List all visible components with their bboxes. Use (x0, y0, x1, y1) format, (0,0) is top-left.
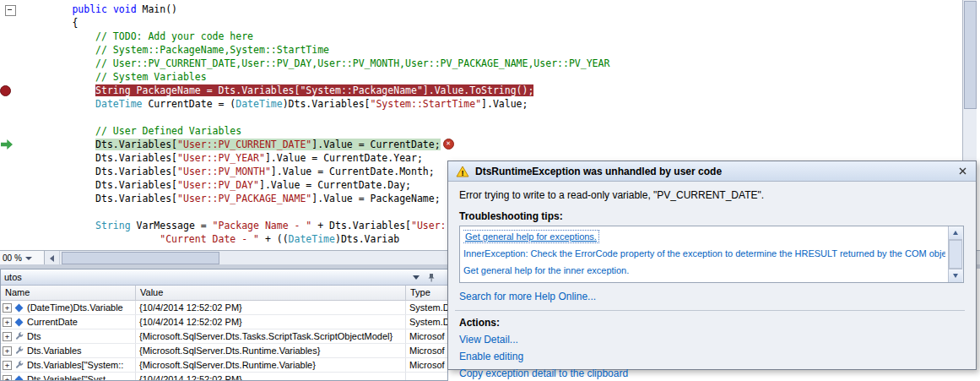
autos-column-headers: Name Value Type (1, 286, 447, 301)
tip-item: InnerException: Check the ErrorCode prop… (463, 245, 945, 262)
column-header-name[interactable]: Name (1, 286, 136, 300)
tip-link-inner-exception-help[interactable]: Get general help for the inner exception… (463, 265, 629, 275)
expand-toggle-icon[interactable] (3, 318, 12, 327)
property-icon (14, 360, 24, 370)
variable-value: {10/4/2014 12:52:02 PM} (136, 373, 406, 381)
field-icon (15, 375, 24, 381)
exception-marker-icon (443, 139, 454, 150)
enable-editing-link[interactable]: Enable editing (459, 351, 523, 362)
field-icon (15, 303, 24, 312)
field-icon (15, 318, 24, 326)
window-position-chevron-icon[interactable] (413, 275, 420, 280)
variable-name: Dts.Variables["System:: (27, 358, 123, 372)
expand-toggle-icon[interactable] (3, 375, 12, 381)
editor-gutter[interactable] (0, 0, 25, 250)
property-icon (14, 331, 24, 341)
property-icon (14, 346, 24, 356)
autos-titlebar-icons (413, 273, 436, 282)
expand-toggle-icon[interactable] (3, 346, 12, 356)
code-fold-collapse-icon[interactable] (5, 5, 16, 16)
column-header-type[interactable]: Type (406, 286, 447, 300)
svg-text:!: ! (462, 169, 464, 177)
autos-row[interactable]: CurrentDate{10/4/2014 12:52:02 PM}System… (1, 315, 447, 329)
variable-value: {10/4/2014 12:52:02 PM} (136, 315, 406, 329)
variable-type: System.D (406, 315, 447, 329)
breakpoint-icon[interactable] (0, 85, 11, 96)
search-help-online-link[interactable]: Search for more Help Online... (459, 291, 596, 302)
horizontal-scroll-thumb[interactable] (62, 252, 219, 264)
code-line: public void Main() (25, 3, 609, 16)
arrow-up-icon (953, 231, 958, 235)
autos-row[interactable]: Dts.Variables["System::{Microsoft.SqlSer… (1, 358, 447, 373)
zoom-control[interactable]: 00 % (0, 251, 45, 265)
autos-titlebar[interactable]: utos (1, 269, 447, 286)
autos-row[interactable]: (DateTime)Dts.Variable{10/4/2014 12:52:0… (1, 301, 447, 315)
code-line: String PackageName = Dts.Variables["Syst… (25, 84, 609, 97)
variable-name: Dts.Variables (27, 344, 82, 357)
variable-name: (DateTime)Dts.Variable (27, 301, 123, 314)
arrow-down-icon (953, 274, 958, 278)
variable-type: Microsof (406, 344, 447, 357)
autos-name-cell: Dts.Variables["Syst (1, 373, 136, 381)
autos-name-cell: Dts.Variables["System:: (1, 358, 136, 372)
variable-value: {Microsoft.SqlServer.Dts.Tasks.ScriptTas… (136, 329, 406, 343)
code-line: // TODO: Add your code here (25, 30, 609, 43)
code-line: // System::PackageName,System::StartTime (25, 43, 609, 57)
scroll-down-button[interactable] (949, 269, 962, 282)
expand-toggle-icon[interactable] (3, 361, 12, 370)
autos-row[interactable]: Dts.Variables["Syst{10/4/2014 12:52:02 P… (1, 373, 447, 381)
autos-name-cell: Dts.Variables (1, 344, 136, 357)
current-statement-arrow-icon (1, 139, 13, 150)
popup-divider (455, 310, 965, 311)
variable-type: Microsof (406, 358, 447, 372)
code-line: // User::PV_CURRENT_DATE,User::PV_DAY,Us… (25, 57, 609, 70)
autos-name-cell: Dts (1, 329, 136, 343)
actions-header: Actions: (459, 317, 965, 329)
exception-popup-body: Error trying to write to a read-only var… (448, 182, 976, 379)
tips-scroll-thumb[interactable] (949, 240, 962, 269)
autos-title-label: utos (4, 272, 413, 282)
expand-toggle-icon[interactable] (3, 332, 12, 341)
copy-exception-detail-link[interactable]: Copy exception detail to the clipboard (459, 367, 628, 379)
troubleshooting-tips-header: Troubleshooting tips: (459, 210, 965, 222)
troubleshooting-tips-list: Get general help for exceptions. InnerEx… (459, 226, 964, 283)
close-icon[interactable] (956, 166, 968, 177)
vertical-scroll-thumb[interactable] (964, 1, 977, 109)
scroll-up-button[interactable] (949, 226, 962, 240)
expand-toggle-icon[interactable] (3, 303, 12, 313)
warning-icon: ! (456, 166, 469, 177)
scroll-left-button[interactable] (45, 251, 60, 265)
code-line: // System Variables (25, 70, 609, 84)
variable-type (406, 373, 447, 381)
pin-icon[interactable] (427, 273, 436, 282)
exception-message: Error trying to write to a read-only var… (459, 189, 965, 201)
autos-name-cell: CurrentDate (1, 315, 136, 329)
column-header-value[interactable]: Value (136, 286, 406, 300)
autos-row[interactable]: Dts{Microsoft.SqlServer.Dts.Tasks.Script… (1, 329, 447, 344)
tip-item: Get general help for the inner exception… (463, 262, 945, 279)
code-line: { (25, 16, 609, 30)
arrow-left-icon (50, 255, 54, 262)
code-line (25, 111, 609, 124)
variable-value: {10/4/2014 12:52:02 PM} (136, 301, 406, 314)
exception-assistant-popup: ! DtsRuntimeException was unhandled by u… (447, 161, 977, 370)
variable-type: Microsof (406, 329, 447, 343)
variable-value: {Microsoft.SqlServer.Dts.Runtime.Variabl… (136, 358, 406, 372)
variable-name: Dts.Variables["Syst (27, 373, 106, 381)
autos-variable-list: (DateTime)Dts.Variable{10/4/2014 12:52:0… (1, 301, 447, 381)
zoom-level-label: 00 % (3, 253, 22, 263)
view-detail-link[interactable]: View Detail... (459, 334, 518, 346)
exception-popup-titlebar: ! DtsRuntimeException was unhandled by u… (448, 161, 976, 182)
code-line: // User Defined Variables (25, 124, 609, 138)
vs-debugger-view: public void Main() { // TODO: Add your c… (0, 0, 980, 381)
variable-name: CurrentDate (27, 315, 78, 329)
autos-window: utos Name Value Type (DateTime)Dts.Varia… (0, 269, 448, 381)
tip-link-inner-exception-info[interactable]: InnerException: Check the ErrorCode prop… (463, 248, 945, 259)
tips-scrollbar[interactable] (948, 226, 963, 282)
exception-popup-title: DtsRuntimeException was unhandled by use… (475, 166, 950, 177)
tip-link-general-help[interactable]: Get general help for exceptions. (463, 231, 598, 242)
variable-type: System.D (406, 301, 447, 314)
code-line: DateTime CurrentDate = (DateTime)Dts.Var… (25, 97, 609, 111)
autos-row[interactable]: Dts.Variables{Microsoft.SqlServer.Dts.Ru… (1, 344, 447, 358)
variable-name: Dts (27, 329, 41, 343)
